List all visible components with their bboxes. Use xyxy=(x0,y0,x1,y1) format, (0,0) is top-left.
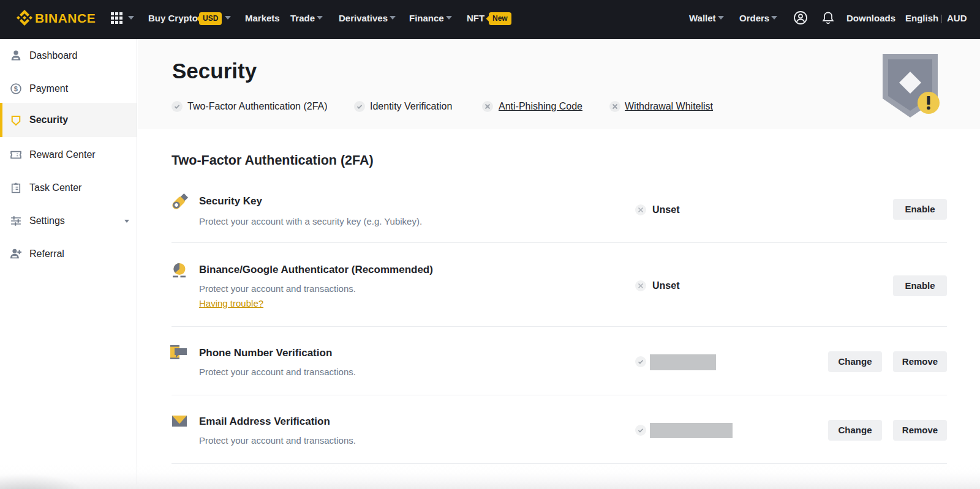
svg-text:$: $ xyxy=(14,85,18,92)
